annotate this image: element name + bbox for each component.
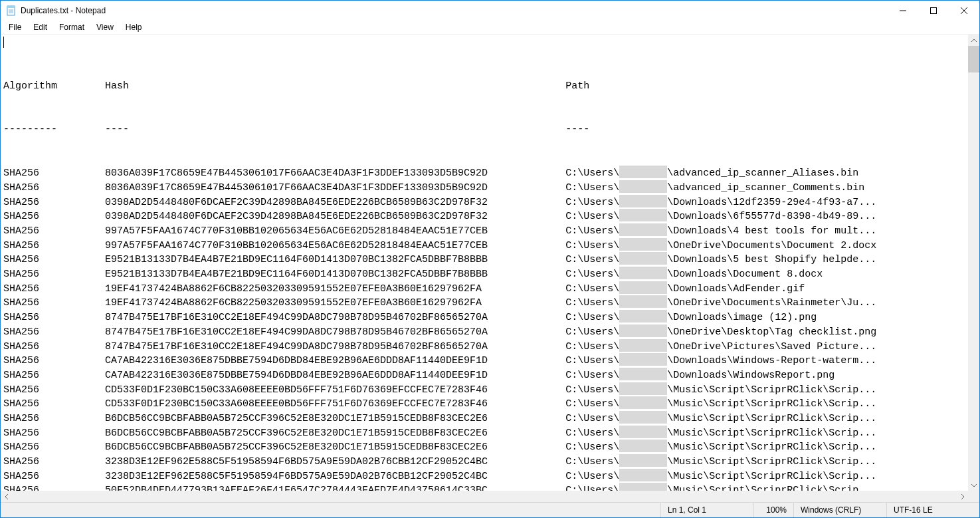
data-row: SHA256CD533F0D1F230BC150C33A608EEEE0BD56… [3, 382, 965, 397]
cell-hash: 50F52DB4DED447793B13AEEAF26F41F6547C2784… [105, 483, 565, 491]
maximize-button[interactable] [918, 1, 949, 21]
statusbar: Ln 1, Col 1 100% Windows (CRLF) UTF-16 L… [1, 502, 979, 517]
redacted-username [619, 469, 667, 481]
data-row: SHA2563238D3E12EF962E588C5F51958594F6BD5… [3, 454, 965, 469]
cell-algo: SHA256 [3, 166, 105, 181]
menu-file[interactable]: File [3, 21, 27, 33]
cell-hash: 3238D3E12EF962E588C5F51958594F6BD575A9E5… [105, 469, 565, 484]
minimize-button[interactable] [888, 1, 918, 21]
cell-hash: 3238D3E12EF962E588C5F51958594F6BD575A9E5… [105, 455, 565, 469]
data-row: SHA256B6DCB56CC9BCBFABB0A5B725CCF396C52E… [3, 440, 965, 454]
cell-algo: SHA256 [3, 311, 105, 325]
cell-path-prefix: C:\Users\ [565, 440, 619, 455]
cell-path-suffix: \Downloads\6f55577d-8398-4b49-89... [667, 209, 876, 224]
menu-view[interactable]: View [91, 21, 119, 33]
text-editor[interactable]: AlgorithmHashPath ----------------- SHA2… [1, 35, 968, 491]
cell-algo: SHA256 [3, 340, 105, 354]
redacted-username [619, 209, 667, 221]
scroll-up-icon[interactable] [968, 35, 979, 46]
window-controls [888, 1, 979, 21]
status-eol: Windows (CRLF) [793, 503, 886, 517]
status-zoom: 100% [753, 503, 793, 517]
cell-hash: CD533F0D1F230BC150C33A608EEEE0BD56FFF751… [105, 397, 565, 412]
titlebar: Duplicates.txt - Notepad [1, 1, 979, 21]
cell-algo: SHA256 [3, 296, 105, 311]
data-row: SHA256B6DCB56CC9BCBFABB0A5B725CCF396C52E… [3, 426, 965, 440]
cell-hash: 8036A039F17C8659E47B4453061017F66AAC3E4D… [105, 166, 565, 181]
redacted-username [619, 223, 667, 236]
cell-algo: SHA256 [3, 455, 105, 469]
cell-path-prefix: C:\Users\ [565, 195, 619, 210]
cell-hash: 19EF41737424BA8862F6CB822503203309591552… [105, 282, 565, 297]
data-row: SHA256E9521B13133D7B4EA4B7E21BD9EC1164F6… [3, 252, 965, 267]
cell-path-suffix: \OneDrive\Pictures\Saved Picture... [667, 340, 876, 354]
data-row: SHA256997A57F5FAA1674C770F310BB102065634… [3, 223, 965, 238]
cell-hash: E9521B13133D7B4EA4B7E21BD9EC1164F60D1413… [105, 253, 565, 267]
col-header-path: Path [565, 79, 589, 94]
redacted-username [619, 426, 667, 438]
menu-format[interactable]: Format [54, 21, 90, 33]
horizontal-scrollbar[interactable] [1, 491, 968, 502]
cell-path-suffix: \OneDrive\Desktop\Tag checklist.png [667, 325, 876, 340]
redacted-username [619, 295, 667, 308]
cell-path-suffix: \Music\Script\ScriprRClick\Scrip... [667, 469, 876, 484]
redacted-username [619, 238, 667, 251]
cell-algo: SHA256 [3, 181, 105, 195]
cell-hash: E9521B13133D7B4EA4B7E21BD9EC1164F60D1413… [105, 267, 565, 282]
cell-path-suffix: \Downloads\4 best tools for mult... [667, 224, 876, 239]
redacted-username [619, 440, 667, 452]
cell-hash: 0398AD2D5448480F6DCAEF2C39D42898BA845E6E… [105, 209, 565, 224]
scroll-down-icon[interactable] [968, 479, 979, 491]
cell-path-prefix: C:\Users\ [565, 311, 619, 325]
data-row: SHA25619EF41737424BA8862F6CB822503203309… [3, 295, 965, 310]
data-row: SHA256997A57F5FAA1674C770F310BB102065634… [3, 238, 965, 253]
data-row: SHA256B6DCB56CC9BCBFABB0A5B725CCF396C52E… [3, 411, 965, 426]
cell-hash: B6DCB56CC9BCBFABB0A5B725CCF396C52E8E320D… [105, 440, 565, 455]
cell-algo: SHA256 [3, 195, 105, 210]
cell-path-prefix: C:\Users\ [565, 209, 619, 224]
cell-path-prefix: C:\Users\ [565, 181, 619, 195]
cell-hash: B6DCB56CC9BCBFABB0A5B725CCF396C52E8E320D… [105, 426, 565, 441]
horizontal-scrollbar-row [1, 491, 979, 502]
menu-edit[interactable]: Edit [28, 21, 52, 33]
cell-path-prefix: C:\Users\ [565, 469, 619, 484]
cell-path-suffix: \Downloads\AdFender.gif [667, 282, 805, 297]
cell-path-prefix: C:\Users\ [565, 483, 619, 491]
vertical-scrollbar-thumb[interactable] [968, 46, 979, 72]
cell-algo: SHA256 [3, 383, 105, 398]
close-button[interactable] [949, 1, 979, 21]
data-row: SHA2560398AD2D5448480F6DCAEF2C39D42898BA… [3, 195, 965, 209]
cell-algo: SHA256 [3, 440, 105, 455]
cell-path-suffix: \Music\Script\ScriprRClick\Scrip... [667, 440, 876, 455]
redacted-username [619, 180, 667, 193]
cell-path-prefix: C:\Users\ [565, 239, 619, 253]
vertical-scrollbar[interactable] [968, 35, 979, 491]
cell-algo: SHA256 [3, 426, 105, 441]
scroll-left-icon[interactable] [1, 491, 12, 502]
redacted-username [619, 252, 667, 265]
cell-hash: B6DCB56CC9BCBFABB0A5B725CCF396C52E8E320D… [105, 412, 565, 426]
data-row: SHA256CD533F0D1F230BC150C33A608EEEE0BD56… [3, 396, 965, 411]
editor-wrap: AlgorithmHashPath ----------------- SHA2… [1, 34, 979, 491]
cell-path-prefix: C:\Users\ [565, 368, 619, 383]
cell-hash: 8036A039F17C8659E47B4453061017F66AAC3E4D… [105, 181, 565, 195]
redacted-username [619, 382, 667, 395]
cell-path-prefix: C:\Users\ [565, 296, 619, 311]
data-row: SHA256CA7AB422316E3036E875DBBE7594D6DBD8… [3, 353, 965, 368]
cell-path-suffix: \Downloads\image (12).png [667, 311, 817, 325]
redacted-username [619, 368, 667, 380]
cell-algo: SHA256 [3, 354, 105, 368]
cell-algo: SHA256 [3, 239, 105, 253]
data-row: SHA2568747B475E17BF16E310CC2E18EF494C99D… [3, 324, 965, 339]
redacted-username [619, 353, 667, 366]
cell-hash: 997A57F5FAA1674C770F310BB102065634E56AC6… [105, 239, 565, 253]
menu-help[interactable]: Help [120, 21, 147, 33]
scroll-right-icon[interactable] [957, 491, 968, 502]
cell-hash: CA7AB422316E3036E875DBBE7594D6DBD84EBE92… [105, 368, 565, 383]
cell-hash: 8747B475E17BF16E310CC2E18EF494C99DA8DC79… [105, 340, 565, 354]
cell-path-suffix: \Music\Script\ScriprRClick\Scrip... [667, 397, 876, 412]
cell-algo: SHA256 [3, 412, 105, 426]
redacted-username [619, 195, 667, 207]
cell-path-suffix: \Downloads\5 best Shopify helpde... [667, 253, 876, 267]
cell-path-suffix: \advanced_ip_scanner_Aliases.bin [667, 166, 858, 181]
